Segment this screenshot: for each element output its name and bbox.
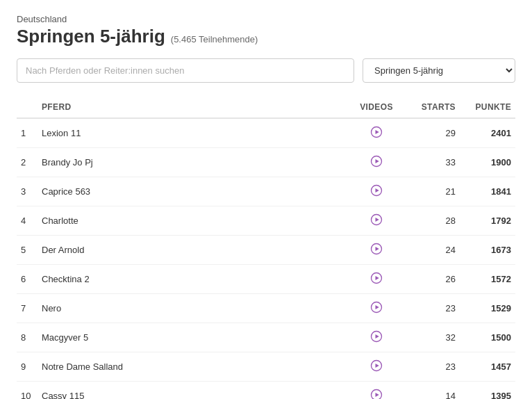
- cell-punkte: 1572: [460, 265, 515, 294]
- cell-starts: 26: [404, 265, 460, 294]
- cell-rank: 2: [17, 148, 38, 177]
- cell-punkte: 1673: [460, 236, 515, 265]
- category-select[interactable]: Springen 5-jährig: [363, 58, 515, 83]
- cell-name: Charlotte: [38, 206, 349, 236]
- table-row: 7Nero 231529: [17, 294, 515, 323]
- svg-marker-11: [376, 276, 379, 280]
- cell-starts: 14: [404, 382, 460, 400]
- participant-count: (5.465 Teilnehmende): [171, 34, 258, 44]
- table-row: 6Checktina 2 261572: [17, 265, 515, 294]
- cell-starts: 28: [404, 206, 460, 236]
- cell-punkte: 1500: [460, 323, 515, 352]
- table-row: 4Charlotte 281792: [17, 206, 515, 236]
- cell-punkte: 1395: [460, 382, 515, 400]
- cell-name: Checktina 2: [38, 265, 349, 294]
- controls-row: Springen 5-jährig: [17, 58, 515, 83]
- cell-video[interactable]: [349, 352, 404, 382]
- table-row: 10Cassy 115 141395: [17, 382, 515, 400]
- cell-rank: 9: [17, 352, 38, 382]
- cell-name: Nero: [38, 294, 349, 323]
- video-play-icon[interactable]: [370, 330, 383, 343]
- cell-name: Der Arnold: [38, 236, 349, 265]
- table-row: 2Brandy Jo Pj 331900: [17, 148, 515, 177]
- cell-video[interactable]: [349, 294, 404, 323]
- video-play-icon[interactable]: [370, 301, 383, 314]
- video-play-icon[interactable]: [370, 126, 383, 138]
- cell-name: Macgyver 5: [38, 323, 349, 352]
- table-row: 3Caprice 563 211841: [17, 177, 515, 206]
- cell-starts: 23: [404, 352, 460, 382]
- video-play-icon[interactable]: [370, 155, 383, 168]
- table-row: 1Lexion 11 292401: [17, 118, 515, 148]
- col-header-starts: Starts: [404, 97, 460, 118]
- cell-starts: 24: [404, 236, 460, 265]
- table-row: 9Notre Dame Salland 231457: [17, 352, 515, 382]
- country-label: Deutschland: [17, 14, 515, 24]
- svg-marker-15: [376, 334, 379, 339]
- svg-marker-19: [376, 393, 379, 397]
- video-play-icon[interactable]: [370, 184, 383, 197]
- svg-marker-13: [376, 305, 379, 309]
- page-container: Deutschland Springen 5-jährig (5.465 Tei…: [0, 0, 532, 399]
- results-table: Pferd Videos Starts Punkte 1Lexion 11 29…: [17, 97, 515, 399]
- video-play-icon[interactable]: [370, 213, 383, 226]
- cell-starts: 23: [404, 294, 460, 323]
- cell-rank: 7: [17, 294, 38, 323]
- cell-rank: 6: [17, 265, 38, 294]
- video-play-icon[interactable]: [370, 359, 383, 372]
- cell-video[interactable]: [349, 148, 404, 177]
- cell-starts: 21: [404, 177, 460, 206]
- cell-punkte: 1900: [460, 148, 515, 177]
- cell-rank: 4: [17, 206, 38, 236]
- cell-name: Cassy 115: [38, 382, 349, 400]
- search-input[interactable]: [17, 58, 354, 83]
- cell-starts: 29: [404, 118, 460, 148]
- table-body: 1Lexion 11 2924012Brandy Jo Pj 3319003Ca…: [17, 118, 515, 399]
- table-row: 8Macgyver 5 321500: [17, 323, 515, 352]
- cell-punkte: 2401: [460, 118, 515, 148]
- svg-marker-17: [376, 364, 379, 368]
- col-header-punkte: Punkte: [460, 97, 515, 118]
- col-header-rank: [17, 97, 38, 118]
- cell-punkte: 1529: [460, 294, 515, 323]
- cell-rank: 10: [17, 382, 38, 400]
- cell-video[interactable]: [349, 265, 404, 294]
- cell-rank: 1: [17, 118, 38, 148]
- cell-name: Caprice 563: [38, 177, 349, 206]
- table-header: Pferd Videos Starts Punkte: [17, 97, 515, 118]
- cell-video[interactable]: [349, 118, 404, 148]
- title-text: Springen 5-jährig: [17, 26, 165, 47]
- cell-rank: 3: [17, 177, 38, 206]
- cell-video[interactable]: [349, 382, 404, 400]
- video-play-icon[interactable]: [370, 389, 383, 399]
- cell-starts: 32: [404, 323, 460, 352]
- video-play-icon[interactable]: [370, 243, 383, 255]
- cell-punkte: 1792: [460, 206, 515, 236]
- page-title: Springen 5-jährig (5.465 Teilnehmende): [17, 26, 515, 47]
- cell-video[interactable]: [349, 323, 404, 352]
- col-header-pferd: Pferd: [38, 97, 349, 118]
- cell-punkte: 1841: [460, 177, 515, 206]
- svg-marker-7: [376, 218, 379, 222]
- cell-name: Notre Dame Salland: [38, 352, 349, 382]
- cell-punkte: 1457: [460, 352, 515, 382]
- svg-marker-3: [376, 159, 379, 163]
- svg-marker-9: [376, 247, 379, 251]
- cell-video[interactable]: [349, 177, 404, 206]
- cell-name: Brandy Jo Pj: [38, 148, 349, 177]
- cell-rank: 5: [17, 236, 38, 265]
- cell-video[interactable]: [349, 236, 404, 265]
- svg-marker-1: [376, 130, 379, 134]
- svg-marker-5: [376, 188, 379, 193]
- cell-video[interactable]: [349, 206, 404, 236]
- video-play-icon[interactable]: [370, 272, 383, 284]
- cell-rank: 8: [17, 323, 38, 352]
- table-row: 5Der Arnold 241673: [17, 236, 515, 265]
- cell-starts: 33: [404, 148, 460, 177]
- col-header-videos: Videos: [349, 97, 404, 118]
- cell-name: Lexion 11: [38, 118, 349, 148]
